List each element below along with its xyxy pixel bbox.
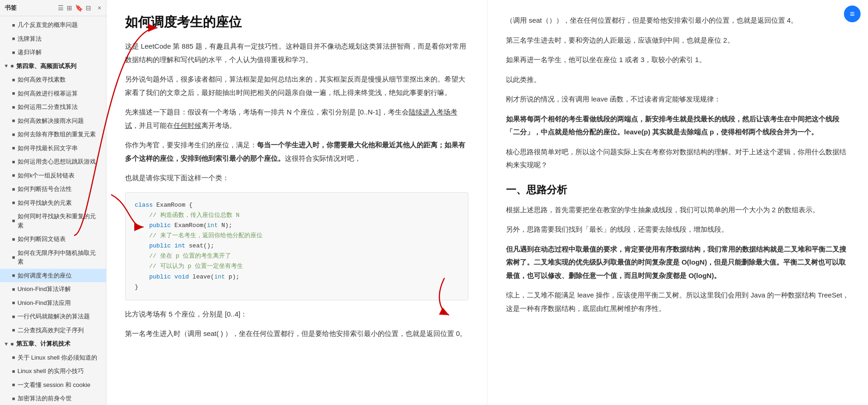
nav-icon: ■ [12, 185, 15, 193]
sidebar-item-item-4-4[interactable]: ■如何高效解决接雨水问题 [0, 114, 106, 128]
right-para-1: 第三名学生进去时，要和旁边的人距最远，应该做到中间，也就是座位 2。 [506, 34, 849, 47]
nav-icon: ■ [12, 367, 15, 375]
nav-icon: ■ [12, 199, 15, 207]
nav-icon: ■ [12, 76, 15, 84]
sidebar-item-item-4-3[interactable]: ■如何运用二分查找算法 [0, 100, 106, 114]
right-para-5-bold-text: 如果将每两个相邻的考生看做线段的两端点，新安排考生就是找最长的线段，然后让该考生… [506, 115, 839, 136]
sidebar-item-item-5-4[interactable]: ■加密算法的前身今世 [0, 392, 106, 405]
para-intro1: 这是 LeetCode 第 885 题，有趣且具有一定技巧性。这种题目并不像动态… [125, 40, 468, 66]
para-intro2: 另外说句题外话，很多读者都问，算法框架是如何总结出来的，其实框架反而是慢慢从细节… [125, 73, 468, 99]
sidebar-item-item-2[interactable]: ■洗牌算法 [0, 32, 106, 46]
sidebar: 书签 ☰ ⊞ 🔖 ⊟ × ■几个反直觉的概率问题■洗牌算法■递归详解▼■第四章、… [0, 0, 106, 405]
nav-icon: ■ [12, 381, 15, 389]
right-para-6: 核心思路很简单对吧，所以这个问题实际上实在考察你对数据结构的理解。对于上述这个逻… [506, 146, 849, 172]
sidebar-header-controls: ☰ ⊞ 🔖 ⊟ × [58, 4, 101, 12]
nav-icon: ■ [12, 158, 15, 166]
sidebar-item-chapter-4[interactable]: ▼■第四章、高频面试系列 [0, 59, 106, 73]
nav-icon: ■ [12, 313, 15, 321]
right-para-4: 刚才所说的情况，没有调用 leave 函数，不过读者肯定能够发现规律： [506, 93, 849, 106]
right-analysis3-bold: 但凡遇到在动态过程中取最值的要求，肯定要使用有序数据结构，我们常用的数据结构就是… [506, 245, 846, 279]
nav-icon: ■ [12, 131, 15, 139]
nav-icon: ■ [12, 272, 15, 279]
section1-title: 一、思路分析 [506, 183, 849, 197]
top-right-menu-button[interactable]: ≡ [844, 6, 861, 22]
nav-icon: ■ [12, 21, 15, 29]
nav-icon: ■ [12, 89, 15, 97]
sidebar-item-item-4-2[interactable]: ■如何高效进行模幂运算 [0, 87, 106, 101]
nav-icon: ■ [12, 117, 15, 125]
sidebar-navigation: ■几个反直觉的概率问题■洗牌算法■递归详解▼■第四章、高频面试系列■如何高效寻找… [0, 16, 106, 405]
right-para-2: 如果再进一名学生，他可以坐在座位 1 或者 3，取较小的索引 1。 [506, 53, 849, 67]
sidebar-icon-grid[interactable]: ⊞ [67, 4, 72, 12]
article-left-pane: 如何调度考生的座位 这是 LeetCode 第 885 题，有趣且具有一定技巧性… [106, 0, 487, 405]
sidebar-item-item-5-2[interactable]: ■Linux shell 的实用小技巧 [0, 364, 106, 378]
sidebar-item-item-4-8[interactable]: ■如何k个一组反转链表 [0, 169, 106, 183]
nav-icon: ■ [12, 326, 15, 334]
nav-icon: ■ [12, 49, 15, 57]
sidebar-item-item-4-12[interactable]: ■如何判断回文链表 [0, 232, 106, 246]
nav-icon: ■ [12, 253, 15, 261]
sidebar-header: 书签 ☰ ⊞ 🔖 ⊟ × [0, 0, 106, 16]
sidebar-item-chapter-5[interactable]: ▼■第五章、计算机技术 [0, 337, 106, 351]
para-example-intro: 比方说考场有 5 个座位，分别是 [0..4]： [125, 308, 468, 321]
sidebar-icon-bookmark[interactable]: 🔖 [75, 4, 83, 12]
para-intro3: 先来描述一下题目：假设有一个考场，考场有一排共 N 个座位，索引分别是 [0..… [125, 106, 468, 132]
chapter-icon: ■ [11, 62, 14, 70]
chapter-icon: ■ [11, 340, 14, 348]
sidebar-item-item-4-11[interactable]: ■如何同时寻找缺失和重复的元素 [0, 209, 106, 232]
right-analysis2: 另外，思路需要我们找到「最长」的线段，还需要去除线段，增加线段。 [506, 223, 849, 236]
chapter-arrow: ▼ [4, 340, 9, 348]
nav-icon: ■ [12, 171, 15, 179]
sidebar-item-item-4-10[interactable]: ■如何寻找缺失的元素 [0, 196, 106, 210]
sidebar-item-item-3[interactable]: ■递归详解 [0, 45, 106, 59]
sidebar-item-item-4-9[interactable]: ■如何判断括号合法性 [0, 182, 106, 196]
sidebar-item-item-4-16[interactable]: ■Union-Find算法应用 [0, 296, 106, 310]
right-analysis1: 根据上述思路，首先需要把坐在教室的学生抽象成线段，我们可以简单的用一个大小为 2… [506, 203, 849, 217]
sidebar-close-button[interactable]: × [98, 4, 101, 12]
sidebar-item-item-4-7[interactable]: ■如何运用贪心思想玩跳跃游戏 [0, 155, 106, 169]
chapter-arrow: ▼ [4, 62, 9, 70]
sidebar-item-item-4-1[interactable]: ■如何高效寻找素数 [0, 73, 106, 87]
sidebar-item-item-4-14[interactable]: ■如何调度考生的座位 [0, 269, 106, 283]
sidebar-item-item-4-17[interactable]: ■一行代码就能解决的算法题 [0, 310, 106, 323]
nav-icon: ■ [12, 395, 15, 403]
sidebar-item-item-1[interactable]: ■几个反直觉的概率问题 [0, 18, 106, 32]
right-analysis4: 综上，二叉堆不能满足 leave 操作，应该使用平衡二叉树。所以这里我们会用到 … [506, 289, 849, 315]
nav-icon: ■ [12, 299, 15, 307]
menu-icon: ≡ [850, 9, 855, 19]
nav-icon: ■ [12, 144, 15, 152]
sidebar-item-item-4-18[interactable]: ■二分查找高效判定子序列 [0, 323, 106, 337]
sidebar-item-item-5-3[interactable]: ■一文看懂 session 和 cookie [0, 378, 106, 392]
nav-icon: ■ [12, 285, 15, 293]
para-intro4: 你作为考官，要安排考生们的座位，满足：每当一个学生进入时，你需要最大化他和最近其… [125, 139, 468, 165]
para-example1: 第一名考生进入时（调用 seat( ) ），坐在任何位置都行，但是要给他安排索引… [125, 327, 468, 341]
main-content: 如何调度考生的座位 这是 LeetCode 第 885 题，有趣且具有一定技巧性… [106, 0, 868, 405]
article-right-pane: （调用 seat（）），坐在任何位置都行，但是要给他安排索引最小的位置，也就是返… [487, 0, 868, 405]
nav-icon: ■ [12, 35, 15, 43]
sidebar-item-item-4-15[interactable]: ■Union-Find算法详解 [0, 282, 106, 296]
nav-icon: ■ [12, 354, 15, 361]
nav-icon: ■ [12, 103, 15, 111]
sidebar-item-item-4-5[interactable]: ■如何去除有序数组的重复元素 [0, 127, 106, 141]
sidebar-item-item-4-13[interactable]: ■如何在无限序列中随机抽取元素 [0, 246, 106, 269]
sidebar-item-item-5-1[interactable]: ■关于 Linux shell 你必须知道的 [0, 351, 106, 365]
sidebar-title: 书签 [5, 4, 17, 12]
sidebar-icon-collapse[interactable]: ⊟ [86, 4, 91, 12]
nav-icon: ■ [12, 217, 15, 225]
sidebar-icon-list[interactable]: ☰ [58, 4, 64, 12]
right-para-5-bold: 如果将每两个相邻的考生看做线段的两端点，新安排考生就是找最长的线段，然后让该考生… [506, 113, 849, 139]
right-para-pre: （调用 seat（）），坐在任何位置都行，但是要给他安排索引最小的位置，也就是返… [506, 14, 849, 27]
nav-icon: ■ [12, 235, 15, 243]
sidebar-item-item-4-6[interactable]: ■如何寻找最长回文字串 [0, 141, 106, 155]
right-analysis3: 但凡遇到在动态过程中取最值的要求，肯定要使用有序数据结构，我们常用的数据结构就是… [506, 243, 849, 283]
code-block: class ExamRoom { // 构造函数，传入座位位总数 N publi… [125, 192, 468, 300]
right-para-3: 以此类推。 [506, 73, 849, 87]
article-title: 如何调度考生的座位 [125, 14, 468, 31]
para-intro5: 也就是请你实现下面这样一个类： [125, 171, 468, 185]
